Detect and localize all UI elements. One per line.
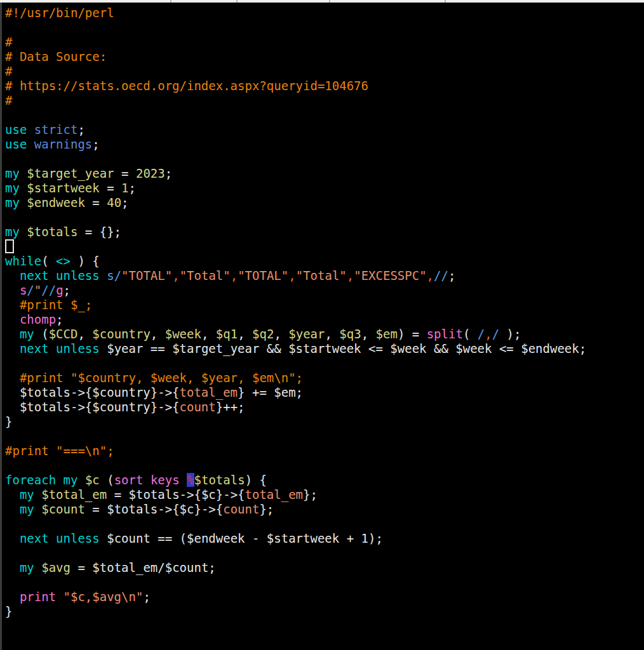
code-token-p: ,	[201, 327, 216, 341]
code-token-p	[5, 371, 20, 385]
code-line: #	[5, 64, 642, 79]
code-token-k: my	[5, 225, 20, 239]
code-line: }	[5, 415, 642, 429]
code-token-v: $totals	[194, 473, 245, 487]
code-token-v: $totals	[27, 225, 77, 239]
code-token-p	[49, 269, 56, 282]
code-token-v: $endweek	[27, 196, 85, 209]
code-token-k: next	[20, 269, 49, 282]
code-token-v: $startweek	[27, 181, 99, 195]
code-token-p	[5, 531, 20, 545]
code-token-s: total_em	[180, 385, 238, 399]
code-token-k: use	[5, 137, 27, 151]
code-token-v: $target_year	[27, 166, 114, 180]
window-top-strip	[0, 0, 644, 3]
code-token-p: = $total_em/$count;	[70, 560, 216, 574]
code-token-v: $em	[376, 327, 398, 341]
code-token-p: $totals->{$country}->{	[5, 400, 180, 414]
code-line: #	[5, 35, 642, 50]
code-token-p	[5, 298, 20, 312]
code-token-p	[49, 531, 56, 545]
code-token-hl: %	[187, 473, 194, 487]
code-token-k: my	[5, 166, 20, 180]
top-strip-tick	[445, 0, 446, 3]
code-token-k: my	[20, 502, 34, 516]
code-token-k: foreach	[5, 473, 56, 487]
code-token-o: ,	[347, 269, 354, 282]
code-token-p: ;	[165, 166, 172, 180]
code-token-v: $country	[92, 327, 151, 341]
code-token-p	[27, 137, 34, 151]
code-line: #!/usr/bin/perl	[5, 6, 642, 20]
code-line	[5, 429, 642, 444]
top-strip-tick	[329, 0, 330, 3]
text-cursor[interactable]	[5, 239, 14, 253]
code-line: my ($CCD, $country, $week, $q1, $q2, $ye…	[5, 327, 642, 342]
code-line: my $total_em = $totals->{$c}->{total_em}…	[5, 488, 642, 502]
code-token-p	[20, 225, 27, 239]
code-token-f: keys	[151, 473, 180, 487]
code-token-p: (	[34, 327, 49, 341]
code-token-p	[20, 181, 27, 195]
code-token-p: = {};	[77, 225, 121, 239]
code-token-s: "TOTAL"	[238, 269, 288, 282]
code-line: my $endweek = 40;	[5, 196, 642, 210]
code-token-s: "EXCESSPC"	[354, 269, 426, 282]
code-token-p: );	[499, 327, 521, 341]
code-token-p: };	[303, 488, 318, 501]
code-token-v: $q3	[339, 327, 361, 341]
code-token-p	[180, 473, 187, 487]
code-token-b: s/	[107, 269, 121, 282]
code-token-p: ,	[151, 327, 165, 341]
code-token-k: unless	[56, 342, 100, 355]
code-token-p	[5, 488, 20, 501]
code-token-k: my	[20, 488, 34, 501]
code-line: my $startweek = 1;	[5, 181, 642, 196]
code-line: }	[5, 604, 642, 619]
code-token-s: "Total"	[180, 269, 231, 282]
code-token-s: "Total"	[296, 269, 347, 282]
code-token-v: 40	[107, 196, 121, 209]
code-token-f: print	[20, 590, 56, 604]
code-token-f: sort	[114, 473, 144, 487]
code-token-f: split	[427, 327, 463, 341]
code-token-o: ,	[231, 269, 238, 282]
code-token-p: ,	[238, 327, 252, 341]
code-line: # https://stats.oecd.org/index.aspx?quer…	[5, 79, 642, 93]
code-line: s/"//g;	[5, 283, 642, 298]
top-strip-tick	[236, 0, 238, 3]
code-token-p	[49, 342, 56, 355]
code-token-p	[56, 590, 63, 604]
code-token-p	[5, 342, 20, 355]
code-line	[5, 458, 642, 473]
code-token-p: ) {	[245, 473, 267, 487]
code-token-v: $count	[41, 502, 85, 516]
code-token-v: 2023	[136, 166, 165, 180]
terminal-code-area[interactable]: #!/usr/bin/perl## Data Source:## https:/…	[0, 3, 642, 650]
code-line: #print $_;	[5, 298, 642, 312]
code-token-p	[34, 488, 41, 501]
code-token-v: $q1	[216, 327, 238, 341]
code-token-p	[34, 502, 41, 516]
code-token-p	[20, 166, 27, 180]
code-line: print "$c,$avg\n";	[5, 590, 642, 604]
code-token-k: use	[5, 123, 27, 136]
code-token-p: $count == ($endweek - $startweek + 1);	[100, 531, 383, 545]
code-token-p	[77, 473, 84, 487]
code-token-b: /	[492, 327, 499, 341]
code-token-p: ) {	[70, 254, 100, 268]
code-token-v: $week	[165, 327, 201, 341]
code-token-p: ,	[274, 327, 288, 341]
code-token-o: ,	[485, 327, 492, 341]
code-token-p: ;	[143, 590, 150, 604]
code-token-p: ;	[448, 269, 455, 282]
code-token-k: <>	[56, 254, 70, 268]
code-token-p: ,	[361, 327, 376, 341]
code-token-k: next	[20, 342, 49, 355]
code-token-p: =	[85, 196, 107, 209]
code-line: next unless $count == ($endweek - $start…	[5, 531, 642, 546]
code-token-c: #!/usr/bin/perl	[5, 6, 114, 20]
code-token-s: count	[223, 502, 259, 516]
code-token-k: while	[5, 254, 41, 268]
code-line: #	[5, 93, 642, 108]
